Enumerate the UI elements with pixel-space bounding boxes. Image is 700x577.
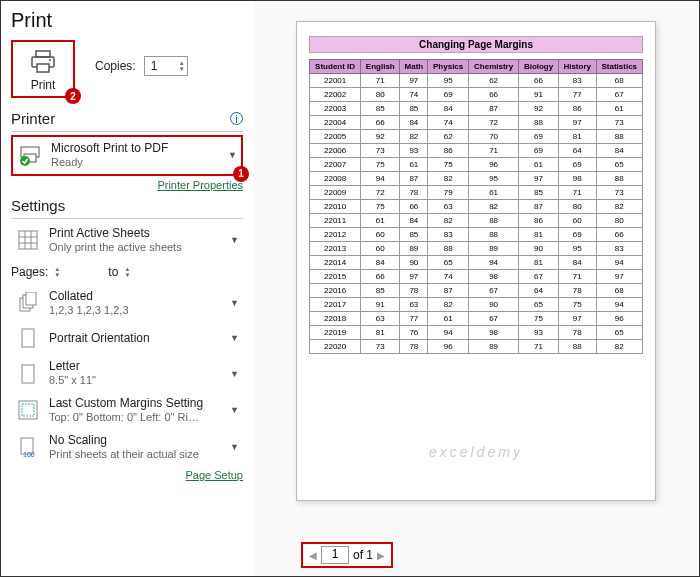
table-header: Biology (519, 60, 559, 74)
table-row: 2200171979562668368 (310, 74, 643, 88)
table-row: 2200894878295979888 (310, 172, 643, 186)
copies-label: Copies: (95, 59, 136, 73)
printer-name: Microsoft Print to PDF (51, 141, 220, 156)
opt-sub: Print sheets at their actual size (49, 448, 222, 462)
opt-sub: 1,2,3 1,2,3 1,2,3 (49, 304, 222, 318)
callout-badge-2: 2 (65, 88, 81, 104)
portrait-icon (15, 325, 41, 351)
table-header: Chemistry (468, 60, 518, 74)
chevron-down-icon: ▼ (230, 405, 239, 415)
table-row: 2202073789689718882 (310, 340, 643, 354)
page-of-label: of 1 (353, 548, 373, 562)
opt-main: Portrait Orientation (49, 331, 222, 346)
prev-page-icon[interactable]: ◀ (309, 550, 317, 561)
opt-main: Collated (49, 289, 222, 304)
table-row: 2201981769498937865 (310, 326, 643, 340)
chevron-down-icon: ▼ (230, 333, 239, 343)
copies-value: 1 (151, 59, 158, 73)
letter-icon (15, 361, 41, 387)
chevron-down-icon: ▼ (230, 298, 239, 308)
table-row: 2201791638290657594 (310, 298, 643, 312)
preview-title: Changing Page Margins (309, 36, 643, 53)
printer-properties-link[interactable]: Printer Properties (11, 179, 243, 191)
chevron-down-icon: ▼ (230, 369, 239, 379)
stepper-arrows-icon[interactable]: ▲▼ (124, 266, 172, 278)
table-row: 2200592826270698188 (310, 130, 643, 144)
scaling-selector[interactable]: 100 No ScalingPrint sheets at their actu… (11, 429, 243, 466)
table-header: History (558, 60, 596, 74)
table-header: Statistics (596, 60, 642, 74)
opt-sub: Only print the active sheets (49, 241, 222, 255)
pages-from-stepper[interactable]: ▲▼ (54, 266, 102, 278)
opt-main: Last Custom Margins Setting (49, 396, 222, 411)
callout-badge-1: 1 (233, 166, 249, 182)
copies-stepper[interactable]: 1 ▲▼ (144, 56, 188, 76)
chevron-down-icon: ▼ (230, 442, 239, 452)
stepper-arrows-icon[interactable]: ▲▼ (54, 266, 102, 278)
opt-sub: 8.5" x 11" (49, 374, 222, 388)
table-row: 2201260858388816966 (310, 228, 643, 242)
table-header: English (361, 60, 400, 74)
table-header: Student ID (310, 60, 361, 74)
chevron-down-icon: ▼ (230, 235, 239, 245)
table-row: 2200466847472889773 (310, 116, 643, 130)
printer-heading: Printer (11, 110, 55, 127)
print-button-label: Print (23, 78, 63, 92)
table-row: 2201075666382878082 (310, 200, 643, 214)
svg-rect-14 (26, 292, 36, 305)
opt-main: Letter (49, 359, 222, 374)
svg-rect-16 (22, 365, 34, 383)
orientation-selector[interactable]: Portrait Orientation ▼ (11, 321, 243, 355)
current-page-input[interactable]: 1 (321, 546, 349, 564)
next-page-icon[interactable]: ▶ (377, 550, 385, 561)
table-row: 2201484906594818494 (310, 256, 643, 270)
margins-selector[interactable]: Last Custom Margins SettingTop: 0" Botto… (11, 392, 243, 429)
table-row: 2200972787961857173 (310, 186, 643, 200)
pages-label: Pages: (11, 265, 48, 279)
printer-ready-icon (17, 142, 43, 168)
svg-rect-2 (37, 64, 49, 72)
table-row: 2201161848288866080 (310, 214, 643, 228)
printer-icon (29, 50, 57, 74)
paper-size-selector[interactable]: Letter8.5" x 11" ▼ (11, 355, 243, 392)
svg-rect-7 (19, 231, 37, 249)
collated-icon (15, 290, 41, 316)
page-navigator[interactable]: ◀ 1 of 1 ▶ (301, 542, 393, 568)
table-row: 2201685788767647868 (310, 284, 643, 298)
page-setup-link[interactable]: Page Setup (11, 469, 243, 481)
opt-main: No Scaling (49, 433, 222, 448)
table-row: 2200673938671696484 (310, 144, 643, 158)
table-row: 2200280746966917767 (310, 88, 643, 102)
svg-point-6 (20, 156, 30, 166)
table-row: 2201863776167759796 (310, 312, 643, 326)
table-row: 2200775617596616965 (310, 158, 643, 172)
pages-to-label: to (108, 265, 118, 279)
settings-heading: Settings (11, 197, 243, 214)
no-scaling-icon: 100 (15, 434, 41, 460)
print-button[interactable]: Print 2 (11, 40, 75, 98)
stepper-arrows-icon[interactable]: ▲▼ (179, 60, 185, 72)
print-active-sheets-selector[interactable]: Print Active SheetsOnly print the active… (11, 222, 243, 259)
opt-main: Print Active Sheets (49, 226, 222, 241)
svg-text:100: 100 (23, 451, 35, 458)
page-title: Print (11, 9, 243, 32)
table-row: 2201360898889909583 (310, 242, 643, 256)
svg-rect-0 (36, 51, 50, 57)
print-preview-page: Changing Page Margins Student IDEnglishM… (296, 21, 656, 501)
printer-selector[interactable]: Microsoft Print to PDF Ready ▼ 1 (11, 135, 243, 176)
active-sheets-icon (15, 227, 41, 253)
svg-point-3 (49, 59, 51, 61)
table-header: Math (400, 60, 428, 74)
preview-table: Student IDEnglishMathPhysicsChemistryBio… (309, 59, 643, 354)
info-icon[interactable]: i (230, 112, 243, 125)
opt-sub: Top: 0" Bottom: 0" Left: 0" Ri… (49, 411, 222, 425)
chevron-down-icon: ▼ (228, 150, 237, 160)
svg-rect-15 (22, 329, 34, 347)
margins-icon (15, 397, 41, 423)
table-row: 2200385858487928661 (310, 102, 643, 116)
pages-to-stepper[interactable]: ▲▼ (124, 266, 172, 278)
collated-selector[interactable]: Collated1,2,3 1,2,3 1,2,3 ▼ (11, 285, 243, 322)
table-header: Physics (428, 60, 469, 74)
table-row: 2201566977498677197 (310, 270, 643, 284)
watermark: exceldemy (429, 444, 523, 460)
